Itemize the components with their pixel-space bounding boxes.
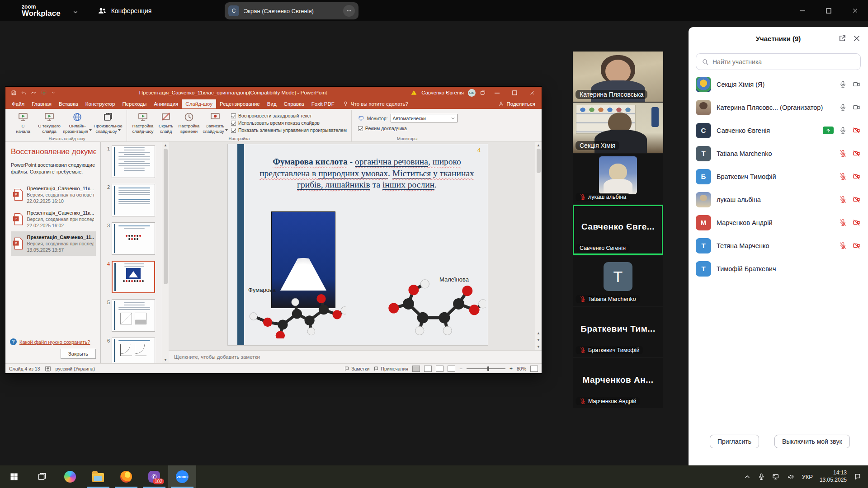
file-explorer-icon[interactable]: [84, 465, 112, 488]
accessibility-icon[interactable]: [45, 366, 51, 372]
account-avatar[interactable]: СЄ: [468, 89, 476, 97]
normal-view-button[interactable]: [412, 366, 420, 372]
record-slideshow-button[interactable]: Записатьслайд-шоу: [202, 110, 228, 134]
copilot-icon[interactable]: [56, 465, 84, 488]
tab-home[interactable]: Главная: [28, 99, 55, 108]
shared-screen-tab[interactable]: C Экран (Савченко Євгенія): [225, 2, 359, 19]
tab-view[interactable]: Вид: [264, 99, 280, 108]
firefox-icon[interactable]: [112, 465, 140, 488]
mic-icon[interactable]: [839, 127, 847, 134]
invite-button[interactable]: Пригласить: [710, 435, 759, 448]
video-tile[interactable]: Браткевич Тим... Браткевич Тимофій: [573, 307, 663, 357]
slide-thumb-6[interactable]: 6: [104, 338, 161, 363]
tab-foxit[interactable]: Foxit PDF: [308, 99, 338, 108]
camera-off-icon[interactable]: [852, 127, 861, 134]
participant-row[interactable]: T Tatiana Marchenko: [689, 142, 868, 165]
rehearse-timings-button[interactable]: Настройкавремени: [176, 110, 202, 134]
video-tile[interactable]: Катерина Плясовська: [573, 52, 663, 102]
notes-input[interactable]: Щелкните, чтобы добавить заметки: [169, 350, 542, 363]
slide-thumb-3[interactable]: 3: [104, 222, 161, 255]
close-button[interactable]: [842, 0, 868, 21]
scroll-up-icon[interactable]: ▲: [537, 142, 540, 149]
tab-review[interactable]: Рецензирование: [216, 99, 264, 108]
undo-icon[interactable]: [21, 90, 27, 96]
from-beginning-button[interactable]: Сначала: [10, 110, 36, 134]
popout-icon[interactable]: [838, 34, 846, 42]
tab-insert[interactable]: Вставка: [55, 99, 82, 108]
redo-icon[interactable]: [31, 90, 37, 96]
zoom-app-icon[interactable]: zoom: [168, 465, 196, 488]
mic-off-icon[interactable]: [839, 150, 847, 157]
setup-slideshow-button[interactable]: Настройкаслайд-шоу: [130, 110, 156, 134]
participant-row[interactable]: Катерина Плясовс... (Организатор): [689, 96, 868, 119]
account-name[interactable]: Савченко Євгенія: [421, 90, 464, 95]
tell-me-search[interactable]: Что вы хотите сделать?: [343, 101, 408, 107]
language-indicator[interactable]: УКР: [802, 474, 813, 480]
reading-view-button[interactable]: [436, 366, 443, 372]
slide-4[interactable]: 4 Фумарова кислота - органічна речовина,…: [228, 144, 488, 345]
recovered-file-item[interactable]: P Презентація_Савченко_11к...Версия, соз…: [11, 207, 96, 231]
share-button[interactable]: Поделиться: [498, 101, 535, 107]
slide-scrollbar[interactable]: ▲ ▲ ▼ ▼: [535, 142, 542, 350]
camera-off-icon[interactable]: [852, 150, 861, 157]
participant-search[interactable]: [696, 53, 861, 70]
viber-icon[interactable]: ✆102: [140, 465, 168, 488]
volume-icon[interactable]: [787, 473, 795, 480]
thumbnail-scrollbar[interactable]: ▲ ▼: [162, 142, 169, 363]
participant-row[interactable]: C Савченко Євгенія: [689, 119, 868, 142]
customize-toolbar-icon[interactable]: [51, 90, 56, 95]
camera-off-icon[interactable]: [852, 196, 861, 203]
which-file-help-link[interactable]: Какой файл нужно сохранить?: [19, 339, 90, 345]
mic-icon[interactable]: [839, 80, 847, 88]
video-tile-active-speaker[interactable]: Савченко Євге... Савченко Євгенія: [573, 205, 663, 255]
use-timings-checkbox[interactable]: Использовать время показа слайдов: [231, 120, 347, 126]
slide-counter[interactable]: Слайд 4 из 13: [9, 366, 40, 371]
tab-transitions[interactable]: Переходы: [118, 99, 150, 108]
monitor-select[interactable]: Автоматически: [391, 114, 458, 122]
slide-editing-area[interactable]: 4 Фумарова кислота - органічна речовина,…: [169, 142, 542, 350]
camera-off-icon[interactable]: [852, 219, 861, 226]
slide-thumb-1[interactable]: 1: [104, 145, 161, 178]
ribbon-options-icon[interactable]: [480, 90, 486, 96]
recovered-file-item-selected[interactable]: P Презентація_Савченко_11...Версия, созд…: [11, 231, 96, 256]
slide-sorter-view-button[interactable]: [424, 366, 432, 372]
slideshow-view-button[interactable]: [448, 366, 455, 372]
zoom-slider-knob[interactable]: [487, 366, 489, 371]
fit-slide-button[interactable]: [530, 366, 538, 372]
camera-off-icon[interactable]: [852, 242, 861, 249]
present-online-button[interactable]: Онлайн-презентация: [62, 110, 92, 134]
recovered-file-item[interactable]: P Презентація_Савченко_11к...Версия, соз…: [11, 183, 96, 207]
participant-row[interactable]: Секція Хімія (Я): [689, 73, 868, 96]
chevron-down-icon[interactable]: [72, 9, 79, 15]
participant-row[interactable]: Т Тетяна Марченко: [689, 234, 868, 257]
slide-thumb-5[interactable]: 5: [104, 299, 161, 332]
ppt-restore-button[interactable]: [508, 90, 521, 95]
ppt-close-button[interactable]: [525, 90, 539, 95]
camera-icon[interactable]: [852, 80, 861, 88]
minimize-button[interactable]: [789, 0, 816, 21]
from-current-slide-button[interactable]: С текущегослайда: [36, 110, 62, 134]
save-icon[interactable]: [11, 90, 17, 96]
participant-row[interactable]: М Марченков Андрій: [689, 211, 868, 234]
mic-off-icon[interactable]: [839, 242, 847, 249]
custom-slideshow-button[interactable]: Произвольноеслайд-шоу: [92, 110, 124, 134]
network-icon[interactable]: [772, 473, 780, 480]
tab-animations[interactable]: Анимация: [150, 99, 182, 108]
slideshow-icon[interactable]: [41, 90, 47, 96]
video-tile[interactable]: лукаш альбіна: [573, 154, 663, 204]
task-view-button[interactable]: [28, 465, 56, 488]
next-slide-icon[interactable]: ▼: [537, 337, 540, 343]
mic-off-icon[interactable]: [839, 219, 847, 226]
presenter-view-checkbox[interactable]: Режим докладчика: [358, 126, 458, 131]
zoom-in-button[interactable]: +: [509, 366, 513, 372]
zoom-slider[interactable]: [467, 368, 505, 369]
hide-slide-button[interactable]: Скрытьслайд: [156, 110, 176, 134]
camera-icon[interactable]: [852, 103, 861, 111]
mic-off-icon[interactable]: [839, 196, 847, 203]
scroll-down-icon[interactable]: ▼: [537, 343, 540, 350]
video-tile[interactable]: Секція Хімія: [573, 103, 663, 153]
previous-slide-icon[interactable]: ▲: [537, 330, 540, 337]
mute-my-audio-button[interactable]: Выключить мой звук: [774, 435, 850, 448]
mic-icon[interactable]: [839, 103, 847, 111]
tab-file[interactable]: Файл: [8, 99, 28, 108]
